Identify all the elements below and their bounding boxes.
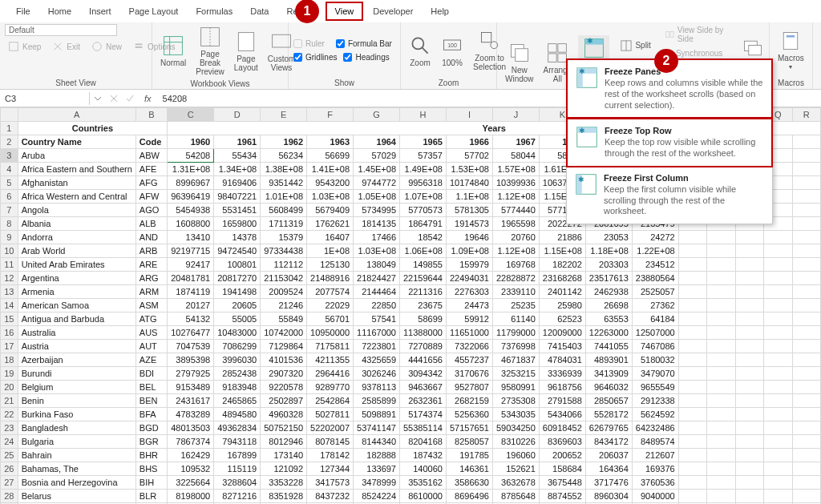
cell-value[interactable]: 7322066 (446, 340, 492, 353)
cell-value[interactable]: 23880564 (632, 272, 678, 285)
cell-value[interactable]: 1.53E+08 (446, 163, 492, 176)
cell-header-1967[interactable]: 1967 (492, 135, 539, 149)
cell-value[interactable]: 1814135 (354, 217, 400, 231)
cell-country-code[interactable]: AFG (135, 176, 167, 190)
cell-value[interactable]: 112112 (261, 258, 307, 272)
cell-country-name[interactable]: Antigua and Barbuda (18, 312, 135, 326)
cell-country-name[interactable]: Burundi (18, 367, 135, 381)
cell-value[interactable]: 1874119 (168, 285, 214, 299)
cell-value[interactable]: 56701 (307, 312, 354, 326)
cell-country-name[interactable]: Australia (18, 326, 135, 340)
cell-country-code[interactable]: AFE (135, 163, 167, 176)
cell-country-code[interactable]: BEN (135, 394, 167, 408)
cell-value[interactable]: 8960304 (585, 490, 632, 503)
cell-value[interactable]: 57702 (446, 149, 492, 163)
cell-value[interactable]: 3225664 (168, 476, 214, 490)
select-all[interactable] (1, 108, 18, 122)
cell-value[interactable]: 149855 (400, 258, 447, 272)
cell-value[interactable]: 21153042 (261, 272, 307, 285)
cell-value[interactable]: 2852438 (214, 367, 261, 381)
cell-value[interactable]: 55385114 (400, 421, 447, 435)
cell-value[interactable]: 2797925 (168, 367, 214, 381)
tab-file[interactable]: File (8, 3, 38, 19)
cell-value[interactable]: 115119 (214, 462, 261, 476)
cell-value[interactable]: 8785648 (492, 490, 539, 503)
cell-value[interactable]: 2735308 (492, 394, 539, 408)
cell-value[interactable]: 1762621 (307, 217, 354, 231)
cell-value[interactable]: 1965598 (492, 217, 539, 231)
cell-value[interactable]: 1711319 (261, 217, 307, 231)
cell-value[interactable]: 4441656 (400, 353, 447, 367)
cell-value[interactable]: 50752150 (261, 421, 307, 435)
cell-value[interactable]: 169768 (492, 258, 539, 272)
cell-value[interactable]: 8258057 (446, 435, 492, 449)
cell-value[interactable]: 234512 (632, 258, 678, 272)
cell-country-code[interactable]: ARB (135, 244, 167, 258)
cell-value[interactable]: 55849 (261, 312, 307, 326)
tab-view[interactable]: View (326, 2, 364, 21)
cell-value[interactable]: 8610000 (400, 490, 447, 503)
cell-value[interactable]: 5528172 (585, 408, 632, 421)
cell-value[interactable]: 3586630 (446, 476, 492, 490)
cell-value[interactable]: 1864791 (400, 217, 447, 231)
cell-value[interactable]: 5434066 (539, 408, 585, 421)
cell-country-code[interactable]: ARM (135, 285, 167, 299)
cell-value[interactable]: 20127 (168, 299, 214, 312)
cell-value[interactable]: 2401142 (539, 285, 585, 299)
cell-country-code[interactable]: ABW (135, 149, 167, 163)
cell-country-code[interactable]: AUS (135, 326, 167, 340)
cell-country-code[interactable]: ATG (135, 312, 167, 326)
cell-value[interactable]: 182202 (539, 258, 585, 272)
cell-value[interactable]: 173140 (261, 449, 307, 462)
cell-value[interactable]: 4211355 (307, 353, 354, 367)
cell-country-name[interactable]: Africa Western and Central (18, 190, 135, 204)
cell-value[interactable]: 8271216 (214, 490, 261, 503)
cell-value[interactable]: 8996967 (168, 176, 214, 190)
cell-value[interactable]: 4894580 (214, 408, 261, 421)
cell-country-name[interactable]: Bulgaria (18, 435, 135, 449)
cell-value[interactable]: 8434172 (585, 435, 632, 449)
cell-value[interactable]: 97334438 (261, 244, 307, 258)
cell-value[interactable]: 3535162 (400, 476, 447, 490)
cell-value[interactable]: 10276477 (168, 326, 214, 340)
cell-value[interactable]: 18542 (400, 231, 447, 244)
fx-icon[interactable]: fx (138, 94, 158, 103)
cell-value[interactable]: 9655549 (632, 381, 678, 394)
cell-value[interactable]: 22494031 (446, 272, 492, 285)
cell-value[interactable]: 2339110 (492, 285, 539, 299)
cell-value[interactable]: 1941498 (214, 285, 261, 299)
cell-value[interactable]: 1.22E+08 (632, 244, 678, 258)
col-header-J[interactable]: J (492, 108, 539, 122)
headings-checkbox[interactable]: Headings (343, 53, 389, 62)
cell-value[interactable]: 121092 (261, 462, 307, 476)
macros-button[interactable]: Macros▾ (774, 28, 807, 73)
cell-country-code[interactable]: BDI (135, 367, 167, 381)
cell-value[interactable]: 14378 (214, 231, 261, 244)
cell-value[interactable]: 3288604 (214, 476, 261, 490)
cell-country-name[interactable]: Albania (18, 217, 135, 231)
cell-value[interactable]: 5679409 (307, 204, 354, 217)
cell-value[interactable]: 2431617 (168, 394, 214, 408)
cell-value[interactable]: 3632678 (492, 476, 539, 490)
cell-value[interactable]: 8369603 (539, 435, 585, 449)
col-header-C[interactable]: C (168, 108, 214, 122)
cell-value[interactable]: 100801 (214, 258, 261, 272)
cell-value[interactable]: 187432 (400, 449, 447, 462)
cell-country-code[interactable]: ARG (135, 272, 167, 285)
col-header-D[interactable]: D (214, 108, 261, 122)
cell-value[interactable]: 8489574 (632, 435, 678, 449)
cell-country-code[interactable]: AND (135, 231, 167, 244)
cell-value[interactable]: 11799000 (492, 326, 539, 340)
cell-value[interactable]: 1659800 (214, 217, 261, 231)
cell-value[interactable]: 2211316 (400, 285, 447, 299)
cell-value[interactable]: 52202007 (307, 421, 354, 435)
cell-value[interactable]: 2009524 (261, 285, 307, 299)
cell-value[interactable]: 4557237 (446, 353, 492, 367)
cell-value[interactable]: 5174374 (400, 408, 447, 421)
cell-value[interactable]: 92417 (168, 258, 214, 272)
row-header-19[interactable]: 19 (1, 367, 18, 381)
cell-value[interactable]: 3336939 (539, 367, 585, 381)
cell-value[interactable]: 9378113 (354, 381, 400, 394)
row-header-5[interactable]: 5 (1, 176, 18, 190)
cell-value[interactable]: 2542864 (307, 394, 354, 408)
